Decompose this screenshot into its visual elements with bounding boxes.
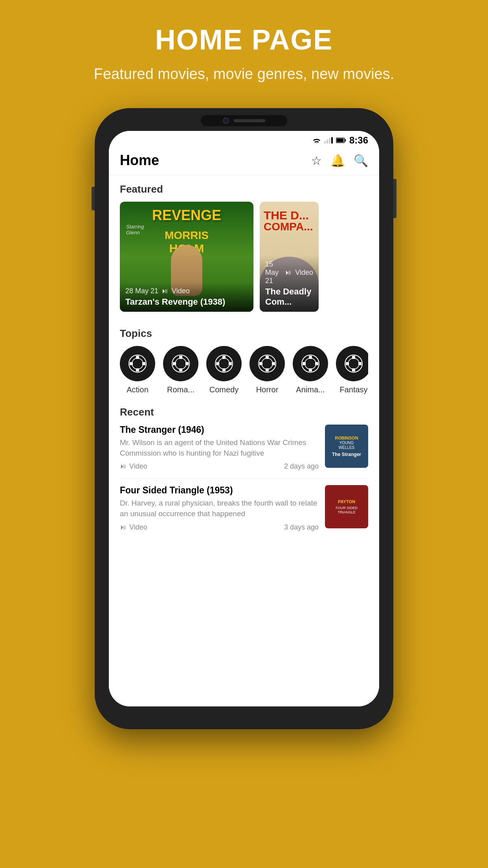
svg-rect-17 — [179, 356, 182, 359]
movie-footer-stranger: ⏯ Video 2 days ago — [120, 462, 319, 471]
divider — [120, 478, 368, 479]
svg-point-8 — [132, 358, 143, 369]
svg-rect-27 — [259, 362, 262, 365]
movie-info-foursided: Four Sided Triangle (1953) Dr. Harvey, a… — [120, 485, 319, 531]
movie-thumb-stranger: ROBINSON YOUNG WELLES The Stranger — [325, 425, 368, 468]
svg-point-20 — [218, 358, 229, 369]
featured-card-deadly[interactable]: THE D... COMPA... 15 May 21 ⏯ Video — [260, 202, 319, 312]
featured-section: Featured REVENGE StarringGlenn — [109, 175, 379, 320]
bell-icon[interactable]: 🔔 — [330, 154, 345, 167]
movie-item-foursided[interactable]: Four Sided Triangle (1953) Dr. Harvey, a… — [120, 485, 368, 531]
topic-label-romance: Roma... — [167, 385, 194, 394]
film-icon-animation — [301, 354, 320, 373]
signal-icon — [324, 137, 333, 143]
play-icon-foursided: ⏯ — [120, 523, 127, 531]
svg-rect-18 — [179, 368, 182, 371]
topic-fantasy[interactable]: Fantasy — [336, 346, 368, 394]
film-icon-horror — [258, 354, 277, 373]
topic-label-horror: Horror — [256, 385, 279, 394]
movie-title-foursided: Four Sided Triangle (1953) — [120, 485, 319, 496]
topic-comedy[interactable]: Comedy — [206, 346, 242, 394]
featured-card-overlay-tarzan: 28 May 21 ⏯ Video Tarzan's Revenge (1938… — [120, 282, 253, 312]
svg-rect-3 — [331, 137, 333, 143]
topic-animation[interactable]: Anima... — [293, 346, 328, 394]
topic-circle-romance — [163, 346, 198, 381]
svg-rect-6 — [336, 139, 343, 142]
svg-rect-5 — [345, 139, 346, 142]
svg-rect-21 — [216, 362, 219, 365]
page-header: HOME PAGE Featured movies, movie genres,… — [0, 0, 488, 100]
svg-rect-15 — [173, 362, 176, 365]
topic-romance[interactable]: Roma... — [163, 346, 198, 394]
svg-rect-9 — [130, 362, 133, 365]
topic-label-fantasy: Fantasy — [339, 385, 367, 394]
movie-ago-foursided: 3 days ago — [284, 523, 319, 531]
movie-item-stranger[interactable]: The Stranger (1946) Mr. Wilson is an age… — [120, 425, 368, 471]
featured-card-tarzan[interactable]: REVENGE StarringGlenn MORRIS HOLM — [120, 202, 253, 312]
movie-thumb-foursided: PAYTON FOUR SIDED TRIANGLE — [325, 485, 368, 528]
movie-type-foursided: ⏯ Video — [120, 523, 147, 531]
film-icon-comedy — [215, 354, 233, 373]
svg-rect-24 — [222, 368, 226, 371]
svg-rect-1 — [327, 140, 328, 143]
topic-circle-fantasy — [336, 346, 368, 381]
wifi-icon — [312, 137, 321, 143]
featured-movie-title-tarzan: Tarzan's Revenge (1938) — [125, 297, 248, 307]
star-icon[interactable]: ☆ — [311, 154, 322, 167]
svg-rect-30 — [266, 368, 269, 371]
svg-rect-41 — [352, 356, 355, 359]
search-icon[interactable]: 🔍 — [354, 154, 368, 167]
topics-title: Topics — [120, 327, 368, 340]
phone-screen: 8:36 Home ☆ 🔔 🔍 Featured — [109, 131, 379, 706]
topic-circle-animation — [293, 346, 328, 381]
recent-section: Recent The Stranger (1946) Mr. Wilson is… — [109, 402, 379, 543]
svg-rect-10 — [142, 362, 145, 365]
battery-icon — [336, 137, 346, 143]
topic-label-animation: Anima... — [296, 385, 325, 394]
topic-circle-horror — [250, 346, 285, 381]
phone-button-power — [393, 179, 396, 218]
topics-scroll[interactable]: Action Roma... Comedy — [120, 346, 368, 398]
movie-title-stranger: The Stranger (1946) — [120, 425, 319, 435]
svg-rect-42 — [352, 368, 355, 371]
movie-desc-foursided: Dr. Harvey, a rural physician, breaks th… — [120, 498, 319, 519]
topic-action[interactable]: Action — [120, 346, 155, 394]
featured-scroll[interactable]: REVENGE StarringGlenn MORRIS HOLM — [120, 202, 368, 316]
screen-content[interactable]: Featured REVENGE StarringGlenn — [109, 175, 379, 706]
topic-label-comedy: Comedy — [209, 385, 238, 394]
svg-rect-39 — [346, 362, 349, 365]
featured-title: Featured — [120, 183, 368, 195]
phone-notch — [201, 115, 287, 126]
phone-speaker — [234, 119, 265, 122]
page-subtitle: Featured movies, movie genres, new movie… — [31, 64, 457, 85]
svg-rect-11 — [136, 356, 139, 359]
movie-ago-stranger: 2 days ago — [284, 462, 319, 471]
svg-rect-22 — [229, 362, 232, 365]
phone-button-volume — [92, 187, 95, 210]
topic-circle-action — [120, 346, 155, 381]
svg-rect-2 — [329, 138, 330, 143]
topics-section: Topics Action Roma... — [109, 320, 379, 402]
movie-desc-stranger: Mr. Wilson is an agent of the United Nat… — [120, 438, 319, 458]
film-icon-fantasy — [344, 354, 363, 373]
app-bar-title: Home — [120, 152, 159, 169]
status-bar: 8:36 — [109, 131, 379, 148]
svg-rect-40 — [358, 362, 361, 365]
svg-point-26 — [262, 358, 273, 369]
svg-rect-36 — [309, 368, 312, 371]
phone-camera — [223, 118, 229, 124]
svg-rect-0 — [324, 141, 326, 143]
svg-rect-28 — [272, 362, 275, 365]
topic-horror[interactable]: Horror — [250, 346, 285, 394]
page-title: HOME PAGE — [31, 24, 457, 56]
svg-rect-23 — [222, 356, 226, 359]
featured-card-overlay-deadly: 15 May 21 ⏯ Video The Deadly Com... — [260, 256, 319, 312]
film-icon-action — [128, 354, 147, 373]
svg-point-14 — [175, 358, 186, 369]
svg-rect-29 — [266, 356, 269, 359]
featured-movie-title-deadly: The Deadly Com... — [265, 287, 313, 307]
play-icon-stranger: ⏯ — [120, 462, 127, 471]
svg-rect-16 — [185, 362, 189, 365]
movie-type-stranger: ⏯ Video — [120, 462, 147, 471]
app-bar: Home ☆ 🔔 🔍 — [109, 148, 379, 175]
